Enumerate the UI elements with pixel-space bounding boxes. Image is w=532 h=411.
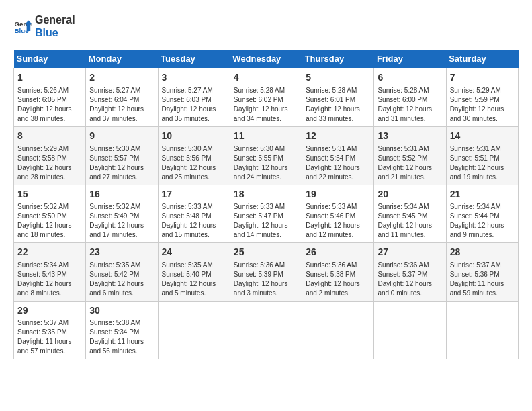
calendar-cell: 30Sunrise: 5:38 AM Sunset: 5:34 PM Dayli… — [86, 301, 158, 359]
day-info: Sunrise: 5:37 AM Sunset: 5:36 PM Dayligh… — [450, 261, 515, 298]
logo-icon: General Blue — [13, 17, 32, 36]
logo-blue: Blue — [35, 26, 75, 39]
calendar-cell: 14Sunrise: 5:31 AM Sunset: 5:51 PM Dayli… — [446, 126, 518, 185]
day-info: Sunrise: 5:32 AM Sunset: 5:49 PM Dayligh… — [89, 202, 154, 240]
day-info: Sunrise: 5:35 AM Sunset: 5:40 PM Dayligh… — [162, 261, 226, 298]
day-info: Sunrise: 5:28 AM Sunset: 6:02 PM Dayligh… — [234, 86, 298, 124]
weekday-header-saturday: Saturday — [446, 50, 518, 68]
day-number: 20 — [378, 188, 442, 201]
day-number: 3 — [162, 71, 226, 85]
calendar-cell: 22Sunrise: 5:34 AM Sunset: 5:43 PM Dayli… — [14, 243, 86, 302]
day-number: 24 — [162, 246, 226, 259]
day-info: Sunrise: 5:35 AM Sunset: 5:42 PM Dayligh… — [89, 261, 154, 298]
day-info: Sunrise: 5:34 AM Sunset: 5:44 PM Dayligh… — [450, 202, 515, 240]
calendar-cell — [374, 301, 446, 359]
calendar-cell: 20Sunrise: 5:34 AM Sunset: 5:45 PM Dayli… — [374, 185, 446, 243]
day-number: 23 — [89, 246, 154, 259]
calendar-cell — [158, 301, 230, 359]
day-info: Sunrise: 5:30 AM Sunset: 5:55 PM Dayligh… — [234, 144, 298, 182]
day-info: Sunrise: 5:37 AM Sunset: 5:35 PM Dayligh… — [17, 318, 82, 356]
day-number: 16 — [89, 188, 154, 201]
day-number: 18 — [234, 188, 298, 201]
day-number: 9 — [89, 130, 154, 143]
day-number: 10 — [162, 130, 226, 143]
day-info: Sunrise: 5:30 AM Sunset: 5:56 PM Dayligh… — [162, 144, 226, 182]
logo-general: General — [35, 13, 75, 26]
day-info: Sunrise: 5:29 AM Sunset: 5:59 PM Dayligh… — [450, 86, 515, 124]
day-info: Sunrise: 5:36 AM Sunset: 5:39 PM Dayligh… — [234, 261, 298, 298]
day-info: Sunrise: 5:31 AM Sunset: 5:52 PM Dayligh… — [378, 144, 442, 182]
day-number: 30 — [89, 304, 154, 318]
weekday-header-tuesday: Tuesday — [158, 50, 230, 68]
calendar-week-1: 1Sunrise: 5:26 AM Sunset: 6:05 PM Daylig… — [14, 68, 519, 127]
day-number: 17 — [162, 188, 226, 201]
calendar-cell — [302, 301, 374, 359]
day-number: 1 — [17, 71, 82, 85]
calendar-cell: 17Sunrise: 5:33 AM Sunset: 5:48 PM Dayli… — [158, 185, 230, 243]
calendar-cell: 5Sunrise: 5:28 AM Sunset: 6:01 PM Daylig… — [302, 68, 374, 127]
day-number: 2 — [89, 71, 154, 85]
day-info: Sunrise: 5:36 AM Sunset: 5:37 PM Dayligh… — [378, 261, 442, 298]
day-number: 12 — [306, 130, 370, 143]
calendar-cell: 7Sunrise: 5:29 AM Sunset: 5:59 PM Daylig… — [446, 68, 518, 127]
calendar-table: SundayMondayTuesdayWednesdayThursdayFrid… — [13, 50, 519, 359]
day-number: 22 — [17, 246, 82, 259]
day-number: 6 — [378, 71, 442, 85]
day-info: Sunrise: 5:33 AM Sunset: 5:48 PM Dayligh… — [162, 202, 226, 240]
calendar-cell: 15Sunrise: 5:32 AM Sunset: 5:50 PM Dayli… — [14, 185, 86, 243]
day-info: Sunrise: 5:38 AM Sunset: 5:34 PM Dayligh… — [89, 318, 154, 356]
day-number: 21 — [450, 188, 515, 201]
calendar-cell: 1Sunrise: 5:26 AM Sunset: 6:05 PM Daylig… — [14, 68, 86, 127]
day-number: 15 — [17, 188, 82, 201]
day-number: 19 — [306, 188, 370, 201]
day-number: 29 — [17, 304, 82, 318]
calendar-cell: 8Sunrise: 5:29 AM Sunset: 5:58 PM Daylig… — [14, 126, 86, 185]
day-number: 4 — [234, 71, 298, 85]
day-number: 7 — [450, 71, 515, 85]
weekday-header-friday: Friday — [374, 50, 446, 68]
day-info: Sunrise: 5:26 AM Sunset: 6:05 PM Dayligh… — [17, 86, 82, 124]
day-info: Sunrise: 5:32 AM Sunset: 5:50 PM Dayligh… — [17, 202, 82, 240]
calendar-cell: 3Sunrise: 5:27 AM Sunset: 6:03 PM Daylig… — [158, 68, 230, 127]
day-info: Sunrise: 5:28 AM Sunset: 6:01 PM Dayligh… — [306, 86, 370, 124]
day-info: Sunrise: 5:34 AM Sunset: 5:45 PM Dayligh… — [378, 202, 442, 240]
day-info: Sunrise: 5:27 AM Sunset: 6:04 PM Dayligh… — [89, 86, 154, 124]
calendar-cell: 6Sunrise: 5:28 AM Sunset: 6:00 PM Daylig… — [374, 68, 446, 127]
day-number: 8 — [17, 130, 82, 143]
day-number: 25 — [234, 246, 298, 259]
calendar-cell — [446, 301, 518, 359]
day-info: Sunrise: 5:29 AM Sunset: 5:58 PM Dayligh… — [17, 144, 82, 182]
day-info: Sunrise: 5:36 AM Sunset: 5:38 PM Dayligh… — [306, 261, 370, 298]
calendar-cell: 4Sunrise: 5:28 AM Sunset: 6:02 PM Daylig… — [230, 68, 302, 127]
calendar-cell: 18Sunrise: 5:33 AM Sunset: 5:47 PM Dayli… — [230, 185, 302, 243]
day-number: 28 — [450, 246, 515, 259]
calendar-week-3: 15Sunrise: 5:32 AM Sunset: 5:50 PM Dayli… — [14, 185, 519, 243]
calendar-cell: 25Sunrise: 5:36 AM Sunset: 5:39 PM Dayli… — [230, 243, 302, 302]
day-info: Sunrise: 5:30 AM Sunset: 5:57 PM Dayligh… — [89, 144, 154, 182]
day-info: Sunrise: 5:28 AM Sunset: 6:00 PM Dayligh… — [378, 86, 442, 124]
day-info: Sunrise: 5:27 AM Sunset: 6:03 PM Dayligh… — [162, 86, 226, 124]
weekday-header-sunday: Sunday — [14, 50, 86, 68]
calendar-week-2: 8Sunrise: 5:29 AM Sunset: 5:58 PM Daylig… — [14, 126, 519, 185]
calendar-cell: 12Sunrise: 5:31 AM Sunset: 5:54 PM Dayli… — [302, 126, 374, 185]
calendar-cell: 11Sunrise: 5:30 AM Sunset: 5:55 PM Dayli… — [230, 126, 302, 185]
day-info: Sunrise: 5:31 AM Sunset: 5:54 PM Dayligh… — [306, 144, 370, 182]
calendar-cell: 16Sunrise: 5:32 AM Sunset: 5:49 PM Dayli… — [86, 185, 158, 243]
calendar-cell: 24Sunrise: 5:35 AM Sunset: 5:40 PM Dayli… — [158, 243, 230, 302]
day-number: 5 — [306, 71, 370, 85]
day-info: Sunrise: 5:31 AM Sunset: 5:51 PM Dayligh… — [450, 144, 515, 182]
calendar-cell: 19Sunrise: 5:33 AM Sunset: 5:46 PM Dayli… — [302, 185, 374, 243]
calendar-cell: 2Sunrise: 5:27 AM Sunset: 6:04 PM Daylig… — [86, 68, 158, 127]
day-info: Sunrise: 5:33 AM Sunset: 5:46 PM Dayligh… — [306, 202, 370, 240]
calendar-cell: 13Sunrise: 5:31 AM Sunset: 5:52 PM Dayli… — [374, 126, 446, 185]
calendar-cell — [230, 301, 302, 359]
calendar-cell: 10Sunrise: 5:30 AM Sunset: 5:56 PM Dayli… — [158, 126, 230, 185]
weekday-header-wednesday: Wednesday — [230, 50, 302, 68]
day-info: Sunrise: 5:34 AM Sunset: 5:43 PM Dayligh… — [17, 261, 82, 298]
day-number: 14 — [450, 130, 515, 143]
day-number: 27 — [378, 246, 442, 259]
calendar-cell: 28Sunrise: 5:37 AM Sunset: 5:36 PM Dayli… — [446, 243, 518, 302]
page-header: General Blue General Blue — [13, 13, 519, 39]
calendar-week-5: 29Sunrise: 5:37 AM Sunset: 5:35 PM Dayli… — [14, 301, 519, 359]
day-number: 26 — [306, 246, 370, 259]
